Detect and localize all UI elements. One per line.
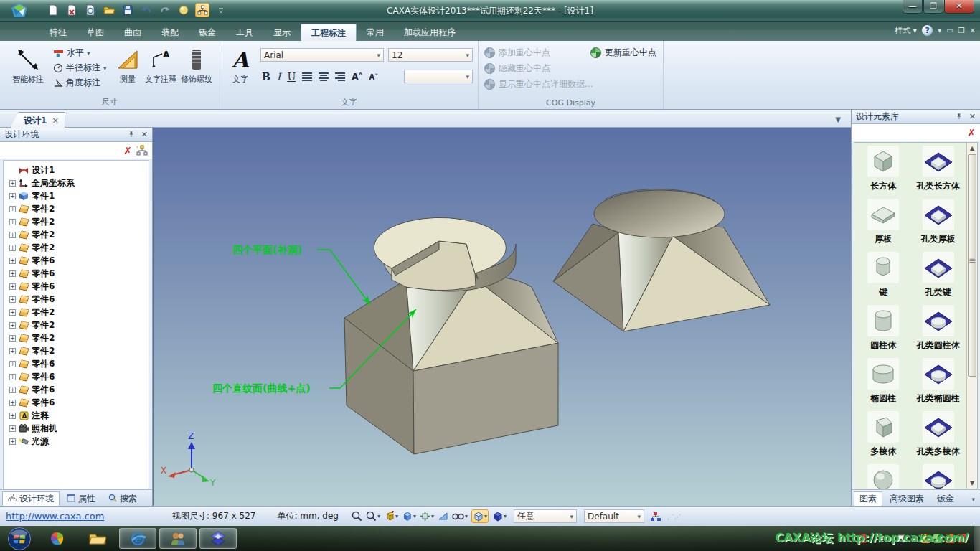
tree-item-零件6-16[interactable]: +零件6 [8,370,149,383]
tree-item-设计1-0[interactable]: 设计1 [8,164,149,176]
ribbon-tab-特征[interactable]: 特征 [39,24,77,41]
doc-tab-list-dropdown[interactable]: ▼ [835,116,841,123]
cog-details-button[interactable]: 显示重心中点详细数据... [484,77,593,91]
expand-icon[interactable]: + [9,400,16,406]
expand-icon[interactable]: + [9,322,16,329]
expand-icon[interactable]: + [9,206,16,212]
text-note-button[interactable]: A 文字注释 [143,45,178,93]
move-box-icon[interactable]: ▾ [420,511,434,522]
panel-close-icon[interactable]: ✕ [969,112,976,121]
library-tab-钣金[interactable]: 钣金 [931,491,960,506]
3d-viewport[interactable]: 四个平面(补洞) 四个直纹面(曲线+点) Z X Y [153,128,851,506]
library-item-孔类多棱体[interactable]: 孔类多棱体 [911,411,966,458]
font-family-select[interactable]: Arial▾ [260,48,384,62]
expand-icon[interactable]: + [9,180,16,187]
tree-item-注释-19[interactable]: +A注释 [8,409,149,422]
panel-tab-属性[interactable]: 属性 [61,491,101,506]
document-tab[interactable]: 设计1× [10,112,65,128]
panel-tab-搜索[interactable]: 搜索 [103,491,143,506]
underline-button[interactable]: U [287,71,296,83]
ribbon-tab-加载应用程序[interactable]: 加载应用程序 [394,24,466,41]
wedge-icon[interactable] [438,511,448,522]
pin-icon[interactable]: 🖈 [128,130,136,139]
italic-button[interactable]: I [277,71,281,83]
ribbon-tab-显示[interactable]: 显示 [263,24,301,41]
expand-icon[interactable]: + [9,413,16,419]
structure-icon[interactable] [650,512,661,522]
library-item-圆柱体[interactable]: 圆柱体 [856,305,911,352]
tree-item-光源-21[interactable]: +光源 [8,435,149,448]
cosmetic-thread-button[interactable]: 修饰螺纹 [178,45,215,93]
library-scrollbar[interactable]: ▲ ▼ [966,143,977,489]
expand-icon[interactable]: + [9,335,16,342]
tree-item-零件2-4[interactable]: +零件2 [8,215,149,228]
shade-mode-icon[interactable]: ▾ [492,511,507,522]
horizontal-dim-button[interactable]: 水平▾ [53,47,115,59]
align-center-button[interactable] [319,71,329,83]
taskbar-button-internet-explorer[interactable]: e [119,528,156,549]
tree-item-零件6-7[interactable]: +零件6 [8,254,149,267]
config-default-select[interactable]: Default▾ [584,509,644,523]
ribbon-tab-工具[interactable]: 工具 [226,24,263,41]
scroll-down-icon[interactable]: ▼ [967,478,977,489]
render-mode-icon[interactable]: ▾ [471,509,489,523]
ribbon-tab-草图[interactable]: 草图 [77,24,114,41]
library-item-孔类长方体[interactable]: 孔类长方体 [911,146,966,192]
library-item-孔类椭圆柱[interactable]: 孔类椭圆柱 [911,358,966,405]
restore-button[interactable]: ❐ [923,0,943,14]
smart-dimension-button[interactable]: 智能标注 [7,45,49,93]
ribbon-tab-工程标注[interactable]: 工程标注 [301,24,357,41]
library-item-球体[interactable]: 球体 [856,464,911,489]
text-button[interactable]: A 文字 [225,45,256,93]
view-glasses-icon[interactable]: ▾ [452,512,468,521]
view-any-select[interactable]: 任意▾ [514,509,577,523]
library-tab-图素[interactable]: 图素 [854,491,882,506]
mdi-close-icon[interactable]: ✕ [970,27,976,34]
tree-item-零件2-5[interactable]: +零件2 [8,228,149,241]
library-item-长方体[interactable]: 长方体 [856,146,911,192]
tree-item-零件6-17[interactable]: +零件6 [8,383,149,396]
help-icon[interactable]: ? [922,25,933,36]
expand-icon[interactable]: + [9,258,16,264]
tree-delete-icon[interactable]: ✗ [123,145,132,156]
tree-item-照相机-20[interactable]: +照相机 [8,422,149,435]
expand-icon[interactable]: + [9,193,16,199]
expand-icon[interactable]: + [9,296,16,303]
minimize-button[interactable]: — [903,0,923,14]
tree-item-零件1-2[interactable]: +零件1 [8,189,149,202]
library-item-厚板[interactable]: 厚板 [856,199,911,245]
expand-icon[interactable]: + [9,387,16,393]
expand-icon[interactable]: + [9,361,16,367]
tree-item-零件2-12[interactable]: +零件2 [8,319,149,331]
expand-icon[interactable]: + [9,309,16,316]
style-menu[interactable]: 样式 ▾ [895,25,917,36]
pin-icon[interactable]: 🖈 [956,112,963,121]
align-left-button[interactable] [302,71,312,83]
tree-item-零件6-9[interactable]: +零件6 [8,280,149,293]
panel-close-icon[interactable]: ✕ [141,130,148,139]
text-color-select[interactable]: ▾ [404,70,473,83]
tree-item-零件2-3[interactable]: +零件2 [8,202,149,215]
tree-item-零件2-6[interactable]: +零件2 [8,241,149,254]
measure-button[interactable]: 测量 [113,45,142,93]
scroll-up-icon[interactable]: ▲ [967,143,977,154]
mdi-restore-icon[interactable]: ❐ [958,27,965,34]
app-logo-icon[interactable] [9,1,33,23]
taskbar-button-explorer[interactable] [79,528,116,549]
zoom-menu-icon[interactable]: ▾ [366,511,380,522]
expand-icon[interactable]: + [9,219,16,225]
angle-dim-button[interactable]: 角度标注 [53,77,115,89]
panel-tab-设计环境[interactable]: 设计环境 [2,491,60,506]
taskbar-button-pinwheel-app[interactable] [39,528,76,549]
library-item-孔类圆柱体[interactable]: 孔类圆柱体 [911,305,966,352]
add-cog-button[interactable]: 添加重心中点 [484,46,593,60]
update-cog-button[interactable]: 更新重心中点 [590,46,656,60]
ribbon-tab-常用[interactable]: 常用 [357,24,394,41]
tree-item-零件6-15[interactable]: +零件6 [8,357,149,370]
help-dropdown-icon[interactable]: ▾ [938,27,941,34]
radius-dim-button[interactable]: 半径标注▾ [53,62,115,74]
library-item-孔类球体[interactable]: 孔类球体 [911,464,966,489]
caxa-link[interactable]: http://www.caxa.com [0,511,151,522]
grow-font-button[interactable]: A˄ [352,72,362,82]
expand-icon[interactable]: + [9,245,16,251]
